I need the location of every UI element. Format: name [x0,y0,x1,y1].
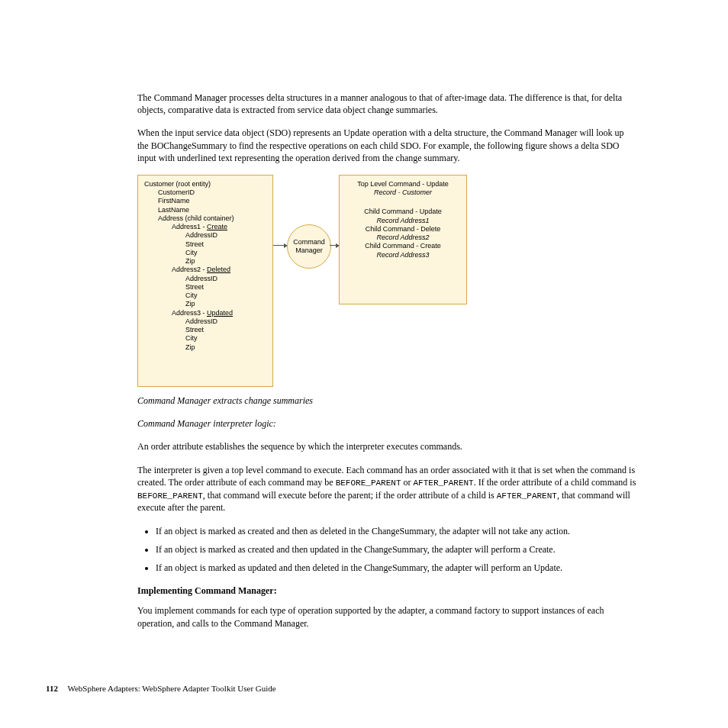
diagram-text: Command Manager [293,238,325,256]
diagram-text: Address1 - Create [144,223,266,231]
figure-caption: Command Manager extracts change summarie… [137,395,636,407]
diagram-text: City [144,292,266,300]
diagram-text: FirstName [144,197,266,205]
paragraph: The Command Manager processes delta stru… [137,92,636,116]
diagram-text: CustomerID [144,188,266,197]
diagram-text: Zip [144,343,266,352]
diagram-text: Customer (root entity) [144,180,266,188]
list-item: If an object is marked as created and th… [156,543,636,556]
diagram-text: Street [144,240,266,249]
diagram-text: AddressID [144,275,266,283]
diagram-text: Record Address3 [346,251,460,259]
diagram-text: Record Address1 [346,217,460,225]
paragraph: An order attribute establishes the seque… [137,440,636,453]
arrow-icon [330,245,339,246]
page-footer: 112 WebSphere Adapters: WebSphere Adapte… [46,684,276,693]
diagram-left-box: Customer (root entity) CustomerID FirstN… [137,175,273,387]
paragraph: You implement commands for each type of … [137,604,636,629]
list-item: If an object is marked as created and th… [156,525,636,537]
diagram-text: LastName [144,206,266,214]
list-item: If an object is marked as updated and th… [156,562,636,574]
diagram-right-box: Top Level Command - Update Record - Cust… [339,175,467,304]
arrow-icon [273,245,287,246]
diagram-text: Zip [144,300,266,308]
diagram-text: Child Command - Delete [346,225,460,234]
diagram-text: Child Command - Update [346,208,460,216]
diagram-text: AddressID [144,317,266,326]
page-body: The Command Manager processes delta stru… [0,0,728,630]
diagram-text: City [144,334,266,343]
diagram-text: Record Address2 [346,234,460,242]
diagram-text: Address3 - Updated [144,309,266,317]
section-heading: Implementing Command Manager: [137,585,636,597]
diagram-text: Child Command - Create [346,242,460,250]
diagram-center-circle: Command Manager [287,224,331,269]
diagram-text: Street [144,283,266,292]
paragraph: The interpreter is given a top level com… [137,464,636,514]
diagram-text: Zip [144,257,266,266]
diagram-command-manager: Customer (root entity) CustomerID FirstN… [137,175,473,387]
diagram-text: Top Level Command - Update [346,180,460,188]
footer-title: WebSphere Adapters: WebSphere Adapter To… [67,684,275,693]
figure-caption: Command Manager interpreter logic: [137,417,636,430]
paragraph: When the input service data object (SDO)… [137,127,636,164]
page-number: 112 [46,684,58,693]
diagram-text: AddressID [144,231,266,240]
diagram-text: Address2 - Deleted [144,266,266,274]
diagram-text: City [144,249,266,257]
diagram-text: Street [144,326,266,334]
bullet-list: If an object is marked as created and th… [137,525,636,575]
diagram-text: Address (child container) [144,214,266,223]
diagram-text: Record - Customer [346,188,460,197]
